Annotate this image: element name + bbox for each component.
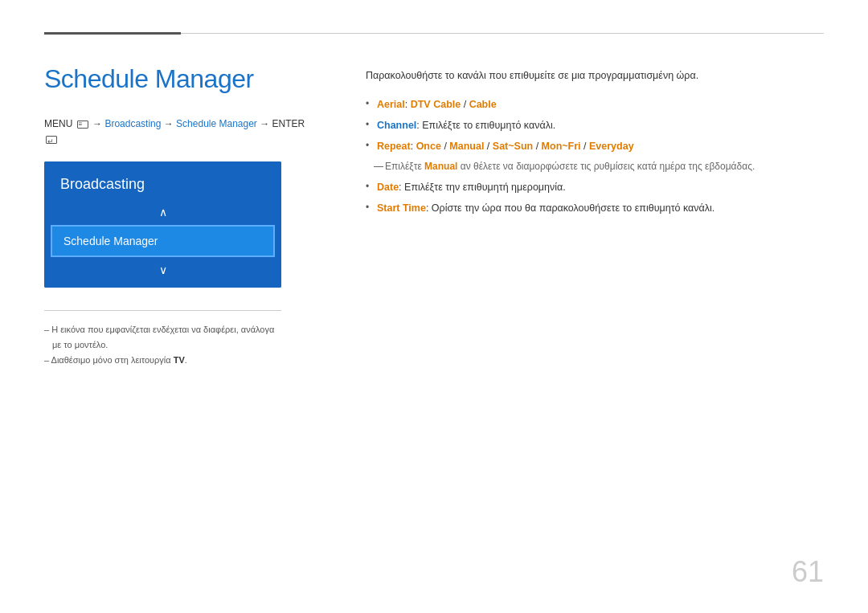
- left-column: Schedule Manager MENU → Broadcasting → S…: [44, 64, 317, 367]
- sub-suffix: αν θέλετε να διαμορφώσετε τις ρυθμίσεις …: [457, 161, 755, 172]
- sat-sun: Sat~Sun: [493, 141, 533, 152]
- date-text: : Επιλέξτε την επιθυμητή ημερομηνία.: [399, 182, 566, 193]
- up-arrow-icon: ∧: [159, 206, 167, 219]
- arrow2: →: [164, 118, 174, 129]
- enter-icon: [46, 136, 57, 144]
- bullet-manual-note: Επιλέξτε Manual αν θέλετε να διαμορφώσετ…: [366, 159, 824, 174]
- panel-header: Broadcasting: [44, 161, 281, 202]
- mon-fri: Mon~Fri: [542, 141, 581, 152]
- broadcasting-link: Broadcasting: [104, 118, 161, 129]
- page-container: Schedule Manager MENU → Broadcasting → S…: [0, 0, 868, 613]
- intro-text: Παρακολουθήστε το κανάλι που επιθυμείτε …: [366, 68, 824, 84]
- sub-prefix: Επιλέξτε: [385, 161, 424, 172]
- bullet-list: Aerial: DTV Cable / Cable Channel: Επιλέ…: [366, 96, 824, 216]
- enter-label: ENTER: [272, 118, 305, 129]
- footnotes: – Η εικόνα που εμφανίζεται ενδέχεται να …: [44, 310, 281, 367]
- page-number: 61: [792, 555, 824, 589]
- footnote-2: – Διαθέσιμο μόνο στη λειτουργία TV.: [44, 353, 281, 368]
- bullet-channel: Channel: Επιλέξτε το επιθυμητό κανάλι.: [366, 117, 824, 133]
- aerial-colon: :: [405, 99, 411, 110]
- panel-down-arrow[interactable]: ∨: [44, 257, 281, 288]
- down-arrow-icon: ∨: [159, 264, 167, 276]
- start-time-text: : Ορίστε την ώρα που θα παρακολουθήσετε …: [426, 202, 714, 214]
- channel-text: : Επιλέξτε το επιθυμητό κανάλι.: [416, 120, 555, 131]
- bullet-repeat: Repeat: Once / Manual / Sat~Sun / Mon~Fr…: [366, 138, 824, 154]
- bullet-date: Date: Επιλέξτε την επιθυμητή ημερομηνία.: [366, 179, 824, 195]
- panel-up-arrow[interactable]: ∧: [44, 202, 281, 225]
- panel-schedule-manager[interactable]: Schedule Manager: [51, 225, 275, 257]
- sep-r1: /: [441, 141, 449, 152]
- top-lines: [44, 32, 824, 35]
- arrow1: →: [92, 118, 102, 129]
- sub-manual: Manual: [424, 161, 457, 172]
- ui-panel: Broadcasting ∧ Schedule Manager ∨: [44, 161, 281, 288]
- footnote-1: – Η εικόνα που εμφανίζεται ενδέχεται να …: [44, 322, 281, 352]
- manual: Manual: [449, 141, 484, 152]
- cable: Cable: [469, 99, 497, 110]
- right-column: Παρακολουθήστε το κανάλι που επιθυμείτε …: [366, 64, 824, 367]
- sep1: /: [461, 99, 469, 110]
- menu-label: MENU: [44, 118, 72, 129]
- repeat-colon: :: [411, 141, 416, 152]
- everyday: Everyday: [589, 141, 634, 152]
- bullet-aerial: Aerial: DTV Cable / Cable: [366, 96, 824, 112]
- start-time-label: Start Time: [377, 202, 426, 214]
- date-label: Date: [377, 182, 399, 193]
- top-line-dark: [44, 32, 181, 35]
- main-content: Schedule Manager MENU → Broadcasting → S…: [44, 64, 824, 367]
- sep-r4: /: [581, 141, 589, 152]
- menu-icon: [77, 121, 88, 129]
- footnote-tv-bold: TV: [174, 355, 185, 365]
- sep-r3: /: [533, 141, 541, 152]
- menu-path: MENU → Broadcasting → Schedule Manager →…: [44, 116, 317, 147]
- bullet-start-time: Start Time: Ορίστε την ώρα που θα παρακο…: [366, 200, 824, 216]
- dtv-cable: DTV Cable: [411, 99, 461, 110]
- schedule-manager-link: Schedule Manager: [176, 118, 257, 129]
- arrow3: →: [260, 118, 269, 129]
- page-title: Schedule Manager: [44, 64, 317, 94]
- channel-label: Channel: [377, 120, 416, 131]
- aerial-label: Aerial: [377, 99, 405, 110]
- once: Once: [416, 141, 441, 152]
- sep-r2: /: [484, 141, 492, 152]
- top-line-light: [181, 33, 824, 34]
- repeat-label: Repeat: [377, 141, 411, 152]
